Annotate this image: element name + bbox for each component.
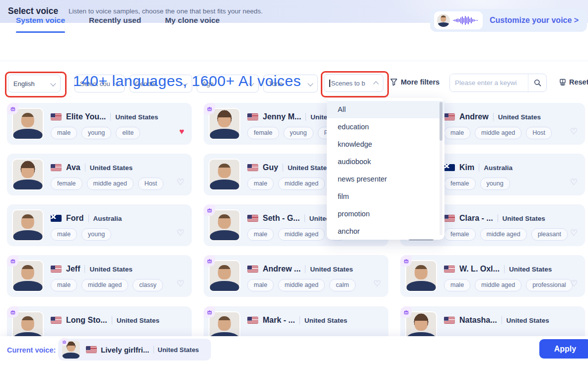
chevron-down-icon	[307, 81, 313, 86]
voice-name-row: W. L. Oxl... United States	[444, 265, 552, 274]
favorite-heart-icon[interactable]: ♡	[570, 178, 578, 186]
voice-card[interactable]: Ford Australia maleyoung ♡	[7, 204, 192, 246]
reset-icon	[559, 79, 566, 86]
voice-country: United States	[115, 113, 158, 121]
tab[interactable]: My clone voice	[165, 16, 220, 33]
more-filters-button[interactable]: More filters	[390, 78, 440, 86]
current-voice-label: Current voice:	[7, 346, 56, 354]
voice-tag: young	[284, 127, 313, 139]
country-flag-icon	[444, 317, 455, 324]
voice-card[interactable]: Jeff United States malemiddle agedclassy…	[7, 255, 192, 297]
dropdown-item[interactable]: All	[327, 101, 444, 118]
voice-tag: male	[51, 127, 77, 139]
page-subtitle: Listen to voice samples, choose the one …	[69, 7, 263, 15]
voice-name-row: Elite You... United States	[51, 112, 158, 121]
voice-name-row: Natasha... United States	[444, 316, 549, 325]
voice-tag: middle aged	[480, 228, 527, 241]
voice-country: United States	[90, 164, 133, 172]
more-filters-label: More filters	[401, 78, 440, 86]
tab-label: My clone voice	[165, 16, 220, 24]
favorite-heart-icon[interactable]: ♥	[179, 127, 184, 136]
voice-tag: middle aged	[278, 279, 325, 291]
favorite-heart-icon[interactable]: ♡	[177, 279, 184, 288]
voice-tag: female	[444, 228, 476, 241]
voice-tag: middle aged	[278, 228, 325, 241]
premium-crown-icon	[7, 255, 18, 267]
voice-card[interactable]: Elite You... United States maleyoungelit…	[7, 103, 192, 145]
current-voice-avatar-wrap	[62, 341, 80, 359]
voice-tags: femalemiddle agedHost	[51, 178, 163, 190]
dropdown-item[interactable]: audiobook	[327, 153, 444, 171]
dropdown-item[interactable]: education	[327, 118, 444, 136]
country-flag-icon	[247, 164, 258, 171]
voice-tag: pleasant	[531, 228, 568, 241]
dropdown-scrollbar-thumb[interactable]	[440, 102, 442, 141]
favorite-heart-icon[interactable]: ♡	[570, 279, 578, 288]
voice-tag: male	[247, 178, 274, 190]
voice-country: United States	[89, 266, 132, 273]
voice-avatar	[209, 159, 240, 190]
voice-tag: elite	[116, 127, 140, 139]
voice-country: United States	[498, 113, 541, 121]
voice-name: Clara - ...	[459, 214, 493, 223]
voice-tags: malemiddle agedprofessional	[444, 279, 573, 291]
voice-name: Kim	[459, 163, 474, 172]
voice-name: Long Sto...	[66, 316, 107, 325]
divider	[299, 316, 300, 324]
tab[interactable]: Recently used	[89, 16, 141, 33]
voice-tags: femaleyoung	[444, 178, 510, 190]
voice-country: Australia	[484, 164, 513, 172]
voice-name-row: Kim Australia	[444, 163, 513, 172]
voice-card[interactable]: W. L. Oxl... United States malemiddle ag…	[400, 255, 585, 297]
country-flag-icon	[247, 266, 258, 273]
voice-name-row: Jeff United States	[51, 265, 133, 274]
voice-name: W. L. Oxl...	[459, 265, 500, 274]
voice-tag: male	[444, 127, 470, 139]
language-select[interactable]: English	[8, 75, 61, 92]
voice-name: Ford	[66, 214, 84, 223]
chevron-down-icon	[50, 81, 56, 86]
tab[interactable]: System voice	[16, 16, 65, 33]
voice-avatar	[12, 209, 44, 241]
voice-country: United States	[288, 164, 330, 172]
dropdown-item[interactable]: knowledge	[327, 136, 444, 153]
scenes-select[interactable]: Scenes to b	[324, 74, 383, 92]
voice-name: Andrew ...	[263, 265, 300, 274]
divider	[502, 316, 502, 324]
voice-name-row: Andrew ... United States	[247, 265, 353, 274]
dropdown-item[interactable]: film	[327, 188, 444, 205]
search-button[interactable]	[528, 74, 546, 91]
reset-button[interactable]: Reset	[559, 78, 588, 86]
search-icon	[534, 79, 541, 87]
favorite-heart-icon[interactable]: ♡	[373, 279, 381, 288]
current-voice-name: Lively girlfri...	[101, 346, 149, 354]
dropdown-item[interactable]: news presenter	[327, 171, 444, 188]
divider	[110, 113, 111, 121]
dropdown-item[interactable]: anchor	[327, 223, 444, 240]
divider	[498, 214, 498, 222]
voice-tag: professional	[526, 279, 572, 291]
country-flag-icon	[444, 164, 455, 171]
favorite-heart-icon[interactable]: ♡	[177, 178, 184, 186]
favorite-heart-icon[interactable]: ♡	[570, 127, 578, 136]
voice-tag: middle aged	[87, 178, 134, 190]
text-cursor	[329, 80, 330, 87]
voice-tag: middle aged	[81, 279, 128, 291]
country-flag-icon	[86, 346, 97, 353]
search-input[interactable]	[450, 74, 528, 91]
current-voice-chip[interactable]: Lively girlfri... United States	[58, 339, 211, 361]
customize-preview	[434, 11, 483, 29]
favorite-heart-icon[interactable]: ♡	[570, 229, 578, 237]
customize-voice-button[interactable]: Customize your voice >	[430, 9, 587, 32]
voice-country: United States	[509, 266, 552, 273]
voice-tag: young	[81, 127, 111, 139]
voice-card[interactable]: Ava United States femalemiddle agedHost …	[7, 154, 192, 195]
favorite-heart-icon[interactable]: ♡	[177, 229, 184, 237]
dropdown-item[interactable]: promotion	[327, 205, 444, 223]
divider	[305, 113, 306, 121]
premium-crown-icon	[400, 306, 412, 318]
voice-name: Andrew	[459, 112, 489, 121]
apply-button[interactable]: Apply	[539, 339, 588, 359]
voice-card[interactable]: Andrew ... United States malemiddle aged…	[204, 255, 388, 297]
voice-tag: male	[247, 228, 274, 241]
